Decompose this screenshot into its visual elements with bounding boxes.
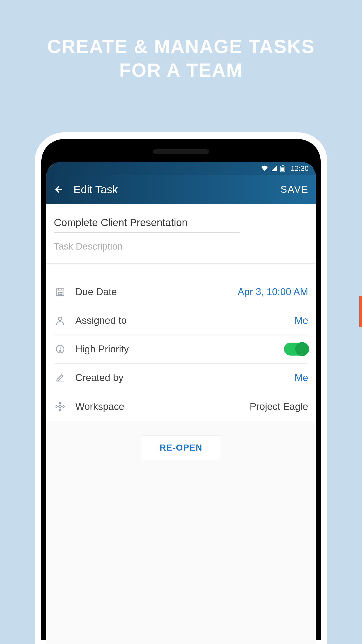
content: Due Date Apr 3, 10:00 AM Assigned to Me <box>46 204 316 644</box>
save-button[interactable]: SAVE <box>281 184 309 195</box>
due-date-value: Apr 3, 10:00 AM <box>238 286 308 298</box>
svg-point-11 <box>60 294 60 294</box>
cellular-icon <box>271 166 277 171</box>
phone-earpiece <box>153 149 209 154</box>
side-marker <box>359 296 362 327</box>
svg-point-22 <box>63 406 64 408</box>
svg-point-16 <box>60 350 60 352</box>
phone-screen: 12:30 Edit Task SAVE <box>46 162 316 644</box>
priority-icon <box>54 343 66 355</box>
battery-icon <box>281 165 285 172</box>
svg-rect-1 <box>282 165 284 166</box>
svg-point-7 <box>58 292 59 293</box>
workspace-row[interactable]: Workspace Project Eagle <box>54 392 308 421</box>
workspace-value: Project Eagle <box>250 401 308 412</box>
high-priority-toggle[interactable] <box>284 342 308 356</box>
phone-frame: 12:30 Edit Task SAVE <box>35 132 327 644</box>
hero-title: CREATE & MANAGE TASKS FOR A TEAM <box>0 0 362 82</box>
app-bar: Edit Task SAVE <box>46 175 316 204</box>
assigned-to-label: Assigned to <box>75 315 295 326</box>
calendar-icon <box>54 286 66 298</box>
high-priority-row: High Priority <box>54 335 308 364</box>
created-by-value: Me <box>295 372 308 383</box>
toggle-knob <box>295 342 309 356</box>
wifi-icon <box>261 166 268 171</box>
svg-rect-2 <box>281 168 284 171</box>
svg-point-12 <box>61 294 62 294</box>
hero-line1: CREATE & MANAGE TASKS <box>0 35 362 58</box>
created-by-row[interactable]: Created by Me <box>54 364 308 392</box>
status-bar: 12:30 <box>46 162 316 175</box>
task-fields: Due Date Apr 3, 10:00 AM Assigned to Me <box>46 264 316 421</box>
task-description-input[interactable] <box>54 241 308 252</box>
person-icon <box>54 314 66 327</box>
app-bar-title: Edit Task <box>73 183 281 196</box>
reopen-button[interactable]: RE-OPEN <box>142 435 220 460</box>
task-title-input[interactable] <box>54 216 240 232</box>
assigned-to-value: Me <box>295 315 308 326</box>
svg-point-13 <box>58 317 62 320</box>
svg-point-20 <box>59 409 61 411</box>
hero-line2: FOR A TEAM <box>0 58 362 82</box>
svg-point-21 <box>56 406 57 408</box>
svg-point-19 <box>59 402 61 404</box>
due-date-row[interactable]: Due Date Apr 3, 10:00 AM <box>54 278 308 306</box>
created-by-label: Created by <box>75 372 295 383</box>
assigned-to-row[interactable]: Assigned to Me <box>54 306 308 335</box>
pencil-icon <box>54 372 66 384</box>
svg-point-10 <box>58 294 59 294</box>
workspace-icon <box>54 400 66 413</box>
svg-point-8 <box>60 292 60 293</box>
title-section <box>46 204 316 264</box>
phone-inner: 12:30 Edit Task SAVE <box>41 139 321 640</box>
svg-point-9 <box>61 292 62 293</box>
status-time: 12:30 <box>291 164 309 173</box>
high-priority-label: High Priority <box>75 344 284 355</box>
svg-point-18 <box>59 406 61 408</box>
back-button[interactable] <box>53 184 64 195</box>
due-date-label: Due Date <box>75 286 238 298</box>
workspace-label: Workspace <box>75 401 250 412</box>
